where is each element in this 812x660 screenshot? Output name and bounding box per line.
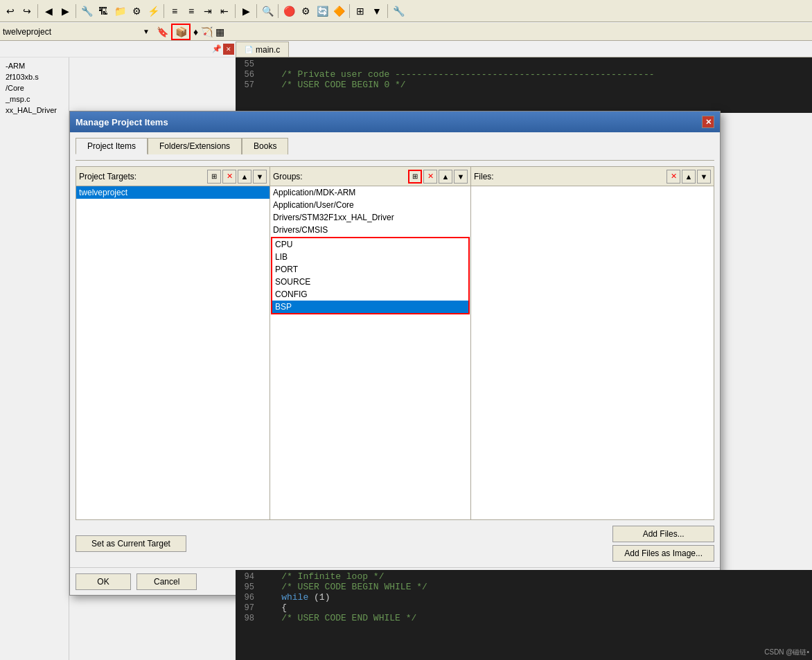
dialog-titlebar: Manage Project Items ✕	[70, 112, 720, 132]
groups-list: Application/MDK-ARM Application/User/Cor…	[270, 186, 470, 519]
add-target-btn[interactable]: ⊞	[207, 170, 221, 184]
cancel-btn[interactable]: Cancel	[136, 573, 197, 590]
group-bsp[interactable]: BSP	[272, 301, 468, 313]
grid-icon[interactable]: ⊞	[353, 3, 368, 19]
arrow-icon[interactable]: 🏹	[201, 26, 213, 37]
group-config[interactable]: CONFIG	[272, 288, 468, 301]
grid2-icon[interactable]: ▦	[215, 26, 224, 37]
bookmark-icon[interactable]: 🔖	[157, 26, 168, 37]
group-lib[interactable]: LIB	[272, 251, 468, 263]
pin-icon[interactable]: 📌	[212, 44, 222, 53]
redo-icon[interactable]: ↪	[19, 3, 35, 19]
debug2-icon[interactable]: ⚙	[298, 3, 313, 19]
code-line-94: 94 /* Infinite loop */	[236, 571, 812, 582]
delete-group-btn[interactable]: ✕	[423, 170, 437, 184]
dialog-bottom-row: Set as Current Target Add Files... Add F…	[76, 526, 714, 562]
manage-project-btn[interactable]: 📦	[171, 24, 191, 40]
indent-icon[interactable]: ⇥	[200, 3, 215, 19]
back-icon[interactable]: ◀	[41, 3, 56, 19]
move-up-file-btn[interactable]: ▲	[682, 170, 696, 184]
tab-folders-extensions[interactable]: Folders/Extensions	[148, 138, 242, 154]
panel-close-btn[interactable]: ✕	[223, 44, 234, 55]
tab-file-icon: 📄	[245, 46, 253, 53]
code-editor-top[interactable]: 55 56 /* Private user code -------------…	[236, 57, 812, 113]
group-drivers-cmsis[interactable]: Drivers/CMSIS	[270, 224, 470, 236]
sep2	[76, 4, 76, 18]
left-panel: -ARM 2f103xb.s /Core _msp.c xx_HAL_Drive…	[0, 57, 69, 660]
target-twelveproject[interactable]: twelveproject	[76, 186, 270, 199]
dropdown-icon[interactable]: ▼	[369, 3, 385, 19]
outdent-icon[interactable]: ⇤	[217, 3, 232, 19]
move-down-file-btn[interactable]: ▼	[697, 170, 711, 184]
add-group-btn[interactable]: ⊞	[408, 170, 422, 184]
settings-icon[interactable]: ⚙	[129, 3, 144, 19]
diamond-icon[interactable]: ♦	[193, 26, 198, 37]
tab-main-c[interactable]: 📄 main.c	[236, 42, 289, 57]
left-item-5[interactable]: xx_HAL_Driver	[3, 105, 66, 116]
delete-target-btn[interactable]: ✕	[222, 170, 236, 184]
editor-tab-bar: 📄 main.c	[236, 41, 812, 57]
align-center-icon[interactable]: ≡	[184, 3, 199, 19]
rebuild-icon[interactable]: 🏗	[96, 3, 111, 19]
sep7	[349, 4, 350, 18]
dialog-title: Manage Project Items	[76, 117, 168, 127]
build-target-icon[interactable]: 🔧	[79, 3, 94, 19]
project-selector[interactable]: twelveproject ▼	[0, 23, 152, 41]
extra-icon[interactable]: 🔧	[391, 3, 406, 19]
debug4-icon[interactable]: 🔶	[331, 3, 346, 19]
targets-panel: Project Targets: ⊞ ✕ ▲ ▼ twelveproject	[76, 167, 270, 519]
sep1	[37, 4, 38, 18]
group-app-user[interactable]: Application/User/Core	[270, 199, 470, 211]
align-left-icon[interactable]: ≡	[167, 3, 182, 19]
panel-controls: 📌 ✕	[0, 41, 236, 57]
move-down-target-btn[interactable]: ▼	[253, 170, 267, 184]
group-drivers-stm32[interactable]: Drivers/STM32F1xx_HAL_Driver	[270, 211, 470, 224]
move-up-group-btn[interactable]: ▲	[439, 170, 452, 184]
left-item-2[interactable]: 2f103xb.s	[3, 71, 66, 82]
add-files-btn[interactable]: Add Files...	[612, 526, 714, 542]
files-action-btns: Add Files... Add Files as Image...	[612, 526, 714, 562]
search-large-icon[interactable]: 🔍	[260, 3, 275, 19]
tab-label: main.c	[256, 45, 280, 55]
targets-list: twelveproject	[76, 186, 270, 519]
ok-btn[interactable]: OK	[76, 573, 131, 590]
tab-project-items[interactable]: Project Items	[76, 138, 148, 154]
group-app-mdk[interactable]: Application/MDK-ARM	[270, 186, 470, 199]
group-cpu[interactable]: CPU	[272, 238, 468, 251]
move-down-group-btn[interactable]: ▼	[454, 170, 468, 184]
code-editor-bottom[interactable]: 94 /* Infinite loop */ 95 /* USER CODE B…	[236, 570, 812, 660]
watermark: CSDN @磁链•	[764, 648, 809, 657]
flash-icon[interactable]: ⚡	[145, 3, 161, 19]
debug3-icon[interactable]: 🔄	[315, 3, 330, 19]
dialog-tab-row: Project Items Folders/Extensions Books	[76, 138, 714, 154]
move-up-target-btn[interactable]: ▲	[238, 170, 251, 184]
groups-panel-header: Groups: ⊞ ✕ ▲ ▼	[270, 167, 470, 186]
targets-header-label: Project Targets:	[79, 172, 206, 181]
groups-panel: Groups: ⊞ ✕ ▲ ▼ Application/MDK-ARM Appl…	[270, 167, 471, 519]
group-port[interactable]: PORT	[272, 263, 468, 276]
manage-project-dialog: Manage Project Items ✕ Project Items Fol…	[69, 111, 721, 596]
left-item-1[interactable]: -ARM	[3, 60, 66, 71]
undo-icon[interactable]: ↩	[3, 3, 18, 19]
set-current-target-btn[interactable]: Set as Current Target	[76, 535, 186, 552]
code-line-56: 56 /* Private user code ----------------…	[236, 69, 812, 80]
code-line-95: 95 /* USER CODE BEGIN WHILE */	[236, 582, 812, 592]
project-dropdown-arrow[interactable]: ▼	[143, 28, 150, 35]
dialog-close-btn[interactable]: ✕	[702, 116, 714, 128]
add-files-as-image-btn[interactable]: Add Files as Image...	[612, 545, 714, 562]
delete-file-btn[interactable]: ✕	[667, 170, 680, 184]
files-panel-header: Files: ✕ ▲ ▼	[471, 167, 714, 186]
open-icon[interactable]: 📁	[112, 3, 127, 19]
sep3	[164, 4, 164, 18]
run-icon[interactable]: ▶	[238, 3, 254, 19]
groups-header-label: Groups:	[273, 172, 407, 181]
secondary-toolbar: 🔖 📦 ♦ 🏹 ▦	[152, 23, 812, 41]
left-item-4[interactable]: _msp.c	[3, 93, 66, 105]
group-source[interactable]: SOURCE	[272, 276, 468, 288]
groups-red-box: CPU LIB PORT SOURCE CONFIG BSP	[271, 237, 470, 314]
left-item-3[interactable]: /Core	[3, 82, 66, 93]
forward-icon[interactable]: ▶	[58, 3, 73, 19]
targets-panel-header: Project Targets: ⊞ ✕ ▲ ▼	[76, 167, 270, 186]
debug1-icon[interactable]: 🔴	[281, 3, 297, 19]
tab-books[interactable]: Books	[242, 138, 288, 154]
